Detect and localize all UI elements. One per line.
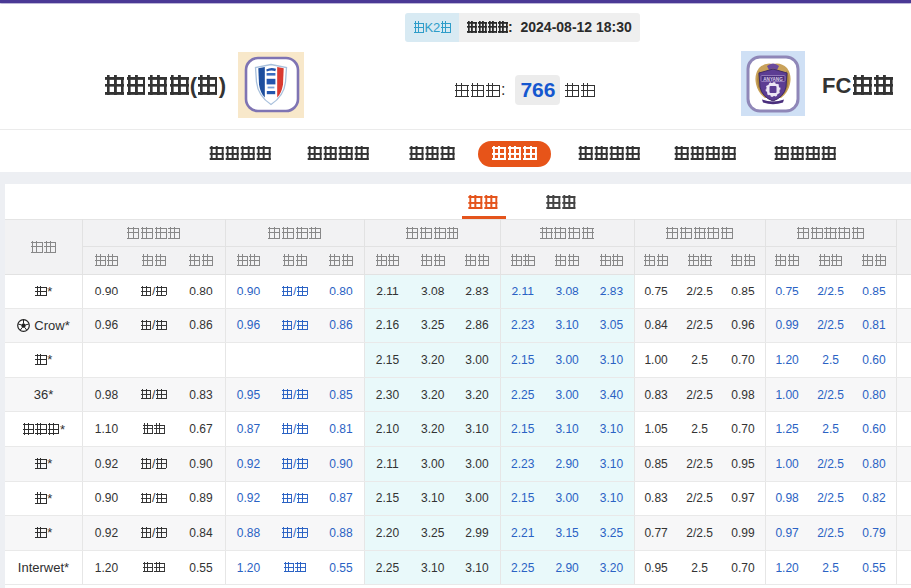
svg-text:ANYANG: ANYANG (763, 77, 783, 82)
